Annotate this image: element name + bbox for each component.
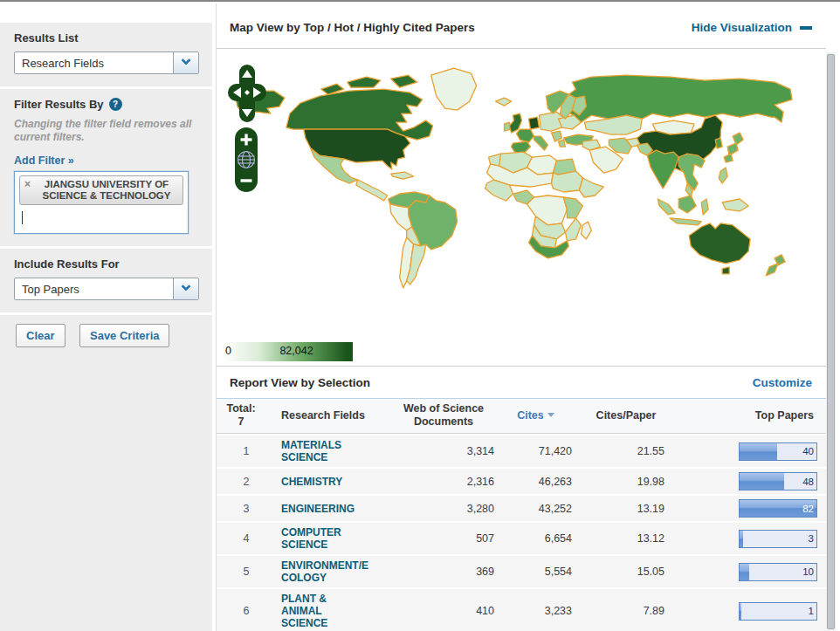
map-title: Map View by Top / Hot / Highly Cited Pap…	[230, 21, 475, 34]
results-list-label: Results List	[14, 31, 199, 45]
docs-value: 2,316	[381, 476, 494, 488]
filter-sidebar: Results List Research Fields Filter Resu…	[0, 3, 212, 631]
include-results-select[interactable]: Top Papers	[14, 278, 199, 300]
filter-section: Filter Results By ? Changing the filter …	[0, 89, 212, 246]
col-top-papers: Top Papers	[675, 409, 826, 422]
filter-results-by-label: Filter Results By	[14, 98, 104, 111]
report-title: Report View by Selection	[230, 376, 370, 389]
country-shapes[interactable]	[236, 68, 792, 288]
vertical-scrollbar[interactable]	[826, 52, 836, 631]
top-papers-bar: 3	[739, 530, 817, 548]
top-papers-bar: 82	[739, 499, 817, 518]
dropdown-arrow-box[interactable]	[173, 52, 198, 73]
field-link[interactable]: CHEMISTRY	[265, 476, 368, 488]
docs-value: 3,314	[381, 445, 494, 457]
text-caret	[22, 211, 23, 224]
table-row: 1 MATERIALS SCIENCE 3,314 71,420 21.55 4…	[217, 436, 826, 467]
top-papers-bar: 10	[739, 563, 817, 581]
filter-input-box[interactable]: × JIANGSU UNIVERSITY OF SCIENCE & TECHNO…	[14, 171, 189, 234]
results-list-section: Results List Research Fields	[0, 23, 212, 86]
filter-note: Changing the filter field removes all cu…	[14, 118, 199, 144]
cites-value: 3,233	[494, 605, 577, 617]
total-count: Total: 7	[217, 402, 265, 429]
field-link[interactable]: PLANT & ANIMAL SCIENCE	[265, 593, 368, 629]
remove-filter-icon[interactable]: ×	[24, 179, 31, 190]
cites-value: 46,263	[494, 476, 577, 488]
table-header: Total: 7 Research Fields Web of Science …	[217, 398, 826, 434]
legend-max: 82,042	[279, 345, 313, 357]
actions-section: Clear Save Criteria	[0, 315, 212, 631]
map-header: Map View by Top / Hot / Highly Cited Pap…	[217, 3, 826, 49]
cites-per-paper-value: 21.55	[577, 445, 675, 457]
save-criteria-button[interactable]: Save Criteria	[79, 324, 170, 347]
cites-per-paper-value: 15.05	[577, 566, 675, 578]
customize-link[interactable]: Customize	[753, 376, 812, 389]
docs-value: 369	[381, 566, 494, 578]
clear-button[interactable]: Clear	[16, 324, 65, 347]
field-link[interactable]: ENVIRONMENT/ECOLOGY	[265, 559, 368, 584]
cites-value: 6,654	[494, 532, 577, 545]
docs-value: 410	[381, 605, 494, 617]
choropleth-map[interactable]	[217, 52, 826, 342]
row-rank: 5	[217, 566, 265, 578]
add-filter-link[interactable]: Add Filter »	[14, 154, 74, 167]
col-wos-documents: Web of Science Documents	[381, 402, 494, 429]
cites-per-paper-value: 7.89	[577, 605, 675, 617]
row-rank: 1	[217, 445, 265, 457]
table-row: 3 ENGINEERING 3,280 43,252 13.19 82	[217, 496, 826, 521]
include-results-value: Top Papers	[15, 283, 79, 296]
legend-min: 0	[225, 345, 231, 357]
chevron-down-icon	[181, 56, 190, 65]
cites-value: 5,554	[494, 566, 577, 578]
chevron-down-icon	[181, 282, 190, 291]
world-map[interactable]	[217, 49, 826, 342]
legend-row: 0 82,042	[217, 342, 826, 366]
table-row: 5 ENVIRONMENT/ECOLOGY 369 5,554 15.05 10	[217, 556, 826, 587]
table-row: 4 COMPUTER SCIENCE 507 6,654 13.12 3	[217, 523, 826, 554]
docs-value: 3,280	[381, 503, 494, 515]
results-list-select[interactable]: Research Fields	[14, 51, 199, 74]
table-row: 6 PLANT & ANIMAL SCIENCE 410 3,233 7.89 …	[217, 589, 826, 631]
collapse-icon	[800, 26, 812, 30]
include-results-label: Include Results For	[14, 257, 199, 271]
map-pan-control[interactable]	[228, 65, 266, 122]
top-papers-bar: 48	[739, 472, 817, 490]
report-header: Report View by Selection Customize	[217, 367, 826, 398]
results-list-value: Research Fields	[15, 57, 104, 70]
include-results-section: Include Results For Top Papers	[0, 249, 212, 312]
sort-desc-icon	[547, 413, 554, 417]
filter-tag-label: JIANGSU UNIVERSITY OF SCIENCE & TECHNOLO…	[43, 179, 171, 201]
map-color-legend: 0 82,042	[222, 342, 353, 361]
cites-per-paper-value: 19.98	[577, 476, 675, 488]
cites-value: 71,420	[494, 445, 577, 457]
filter-tag[interactable]: × JIANGSU UNIVERSITY OF SCIENCE & TECHNO…	[19, 175, 183, 205]
col-research-fields: Research Fields	[265, 409, 381, 422]
help-icon[interactable]: ?	[109, 98, 122, 111]
cites-per-paper-value: 13.19	[577, 503, 675, 515]
row-rank: 3	[217, 503, 265, 515]
field-link[interactable]: ENGINEERING	[265, 503, 368, 515]
table-row: 2 CHEMISTRY 2,316 46,263 19.98 48	[217, 469, 826, 494]
row-rank: 2	[217, 476, 265, 488]
top-papers-bar: 1	[739, 602, 817, 621]
map-zoom-control[interactable]	[235, 127, 258, 192]
docs-value: 507	[381, 532, 494, 545]
field-link[interactable]: MATERIALS SCIENCE	[265, 439, 368, 463]
scrollbar-thumb[interactable]	[827, 54, 835, 629]
top-papers-bar: 40	[739, 442, 817, 461]
dropdown-arrow-box[interactable]	[173, 278, 198, 299]
cites-per-paper-value: 13.12	[577, 532, 675, 545]
field-link[interactable]: COMPUTER SCIENCE	[265, 526, 368, 551]
col-cites-sort[interactable]: Cites	[494, 409, 577, 422]
col-cites-per-paper: Cites/Paper	[577, 409, 675, 422]
row-rank: 4	[217, 532, 265, 545]
hide-visualization-link[interactable]: Hide Visualization	[692, 21, 812, 34]
row-rank: 6	[217, 605, 265, 617]
main-panel: Map View by Top / Hot / Highly Cited Pap…	[216, 3, 826, 631]
cites-value: 43,252	[494, 503, 577, 515]
